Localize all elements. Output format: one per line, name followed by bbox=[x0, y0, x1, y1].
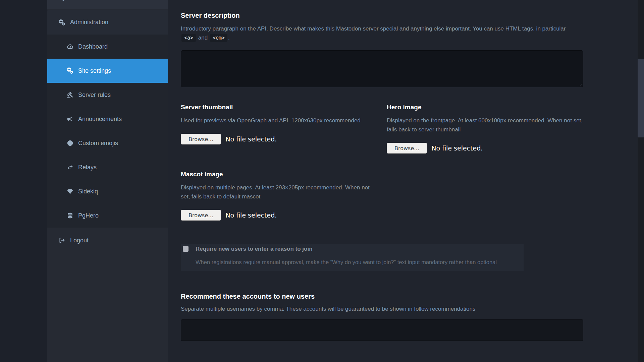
sidebar-item-label: Logout bbox=[70, 237, 89, 244]
require-reason-label[interactable]: Require new users to enter a reason to j… bbox=[196, 245, 313, 253]
browse-button[interactable]: Browse… bbox=[181, 134, 221, 144]
sidebar-item-label: Dashboard bbox=[78, 43, 108, 50]
page-background-strip bbox=[0, 0, 47, 362]
sidebar-item-label: Relays bbox=[78, 164, 97, 171]
code-chip-em: <em> bbox=[210, 34, 227, 42]
recommend-accounts-input[interactable] bbox=[181, 319, 583, 341]
recommend-accounts-title: Recommend these accounts to new users bbox=[181, 292, 583, 300]
recommend-accounts-hint: Separate multiple usernames by comma. Th… bbox=[181, 304, 583, 313]
sidebar-item-server-rules[interactable]: Server rules bbox=[47, 83, 168, 107]
require-reason-hint: When registrations require manual approv… bbox=[196, 258, 497, 266]
sidebar-item-relays[interactable]: Relays bbox=[47, 155, 168, 179]
file-status-text: No file selected. bbox=[225, 135, 277, 143]
server-description-hint: Introductory paragraph on the API. Descr… bbox=[181, 24, 570, 42]
browse-button[interactable]: Browse… bbox=[387, 143, 427, 154]
site-settings-form: Server description Introductory paragrap… bbox=[181, 0, 583, 362]
scrollbar-thumb[interactable] bbox=[638, 59, 644, 137]
sign-out-icon bbox=[58, 237, 66, 244]
require-reason-field: Require new users to enter a reason to j… bbox=[181, 244, 524, 271]
sidebar-item-label: Site settings bbox=[78, 67, 111, 74]
sidebar-item-sidekiq[interactable]: Sidekiq bbox=[47, 179, 168, 203]
sidebar-item-label: Server rules bbox=[78, 92, 111, 99]
cogs-icon bbox=[58, 19, 66, 26]
hint-text: and bbox=[198, 35, 208, 41]
sidebar-item-label: Sidekiq bbox=[78, 188, 98, 195]
recommend-accounts-section: Recommend these accounts to new users Se… bbox=[181, 292, 583, 341]
sidebar-item-announcements[interactable]: Announcements bbox=[47, 107, 168, 131]
chevron-down-icon bbox=[61, 0, 66, 1]
require-reason-checkbox[interactable] bbox=[183, 246, 189, 252]
hero-image-file-input: Browse… No file selected. bbox=[387, 143, 583, 154]
bullhorn-icon bbox=[66, 115, 74, 123]
admin-sidebar: Administration Dashboard Site settings S… bbox=[47, 0, 168, 362]
sidebar-item-label: Custom emojis bbox=[78, 140, 118, 147]
hero-image-title: Hero image bbox=[387, 103, 583, 111]
server-description-section: Server description Introductory paragrap… bbox=[181, 11, 583, 42]
scrollbar-track[interactable] bbox=[638, 0, 644, 362]
mascot-image-file-input: Browse… No file selected. bbox=[181, 210, 370, 221]
hero-image-section: Hero image Displayed on the frontpage. A… bbox=[387, 103, 583, 154]
exchange-icon bbox=[66, 164, 74, 171]
database-icon bbox=[66, 212, 74, 219]
mascot-image-hint: Displayed on multiple pages. At least 29… bbox=[181, 183, 370, 201]
server-thumbnail-file-input: Browse… No file selected. bbox=[181, 134, 370, 144]
sidebar-item-custom-emojis[interactable]: Custom emojis bbox=[47, 131, 168, 155]
sidebar-item-dashboard[interactable]: Dashboard bbox=[47, 35, 168, 59]
gem-icon bbox=[66, 188, 74, 195]
code-chip-a: <a> bbox=[181, 34, 196, 42]
server-thumbnail-hint: Used for previews via OpenGraph and API.… bbox=[181, 116, 370, 125]
server-thumbnail-section: Server thumbnail Used for previews via O… bbox=[181, 103, 370, 144]
hint-text: Introductory paragraph on the API. Descr… bbox=[181, 25, 566, 32]
collapsed-section-strip[interactable] bbox=[47, 0, 168, 9]
server-description-title: Server description bbox=[181, 11, 583, 19]
sidebar-item-label: Administration bbox=[70, 19, 108, 26]
mascot-image-title: Mascot image bbox=[181, 170, 370, 178]
hero-image-hint: Displayed on the frontpage. At least 600… bbox=[387, 116, 583, 134]
browse-button[interactable]: Browse… bbox=[181, 210, 221, 221]
sidebar-item-label: PgHero bbox=[78, 212, 99, 219]
server-thumbnail-title: Server thumbnail bbox=[181, 103, 370, 111]
sidebar-item-administration[interactable]: Administration bbox=[47, 10, 168, 35]
sidebar-item-pghero[interactable]: PgHero bbox=[47, 203, 168, 228]
cogs-icon bbox=[66, 67, 74, 74]
mascot-image-section: Mascot image Displayed on multiple pages… bbox=[181, 170, 370, 221]
tachometer-icon bbox=[66, 43, 74, 50]
administration-group: Administration Dashboard Site settings S… bbox=[47, 10, 168, 228]
hint-text: . bbox=[228, 35, 230, 41]
sidebar-item-label: Announcements bbox=[78, 116, 122, 123]
server-description-textarea[interactable] bbox=[181, 50, 583, 87]
file-status-text: No file selected. bbox=[225, 212, 277, 219]
sidebar-item-logout[interactable]: Logout bbox=[47, 229, 168, 252]
smiley-icon bbox=[66, 139, 74, 147]
gavel-icon bbox=[66, 91, 74, 99]
file-status-text: No file selected. bbox=[431, 144, 483, 152]
sidebar-item-site-settings[interactable]: Site settings bbox=[47, 59, 168, 83]
